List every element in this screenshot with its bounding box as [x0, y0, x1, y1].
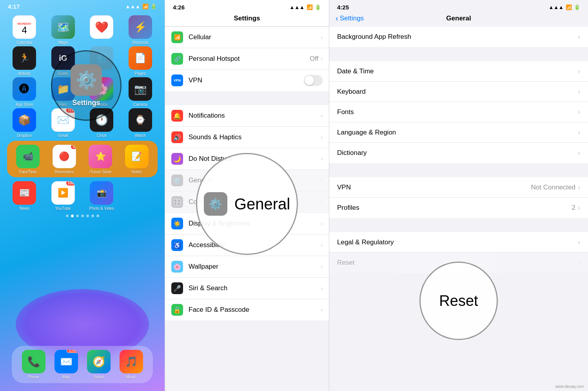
dock-mail[interactable]: ✉️ 11,059 Mail: [51, 350, 81, 379]
dock-safari[interactable]: 🧭 Safari: [84, 350, 113, 379]
settings-row-hotspot[interactable]: 🔗 Personal Hotspot Off ›: [165, 48, 329, 70]
general-icon: ⚙️: [171, 175, 183, 186]
app-health[interactable]: ❤️: [84, 15, 119, 45]
row-fonts[interactable]: Fonts ›: [329, 102, 588, 122]
app-news-label: News: [20, 206, 29, 211]
chevron-icon: ›: [578, 108, 580, 116]
watermark: www.deuaq.com: [555, 384, 584, 389]
hotspot-value: Off: [310, 55, 318, 63]
settings-row-wallpaper[interactable]: 🌸 Wallpaper ›: [165, 256, 329, 278]
dock-music-label: Music: [126, 375, 136, 379]
language-region-label: Language & Region: [337, 129, 578, 136]
app-watch[interactable]: ⌚ Watch: [123, 108, 158, 138]
chevron-icon: ›: [321, 307, 323, 313]
row-legal[interactable]: Legal & Regulatory ›: [329, 232, 588, 253]
app-itunes[interactable]: ⭐ iTunes Store: [83, 145, 118, 174]
bg-refresh-label: Background App Refresh: [337, 33, 578, 41]
chevron-icon: ›: [578, 128, 580, 136]
dock-phone-label: Phone: [28, 375, 39, 379]
phone3-battery-icon: 🔋: [574, 4, 580, 10]
dock-music[interactable]: 🎵 Music: [116, 350, 146, 379]
app-appstore[interactable]: 🅐 App Store: [7, 77, 42, 107]
row-date-time[interactable]: Date & Time ›: [329, 61, 588, 82]
chevron-icon: ›: [321, 34, 323, 40]
reset-circle-label: Reset: [439, 293, 478, 309]
keyboard-label: Keyboard: [337, 88, 578, 96]
app-camera[interactable]: 📷 Camera: [123, 77, 158, 107]
vpn-icon: VPN: [171, 75, 183, 86]
app-activity[interactable]: 🏃 Activity: [7, 46, 42, 76]
phone2-settings: 4:26 ▲▲▲ 📶 🔋 Settings 📶 Cellular › 🔗 Per: [165, 0, 329, 391]
chevron-icon: ›: [321, 242, 323, 248]
back-chevron-icon: ‹: [336, 14, 338, 23]
cellular-icon: 📶: [171, 31, 183, 43]
vpn-label: VPN: [337, 184, 531, 191]
battery-icon: 🔋: [151, 4, 157, 9]
settings-row-cellular[interactable]: 📶 Cellular ›: [165, 27, 329, 48]
chevron-icon: ›: [578, 238, 580, 246]
dot: [91, 215, 94, 217]
app-youtube[interactable]: ▶️ 230 YouTube: [46, 181, 81, 211]
row-language-region[interactable]: Language & Region ›: [329, 122, 588, 143]
siri-icon: 🎤: [171, 282, 183, 294]
row-dictionary[interactable]: Dictionary ›: [329, 143, 588, 163]
youtube-badge: 230: [66, 181, 75, 186]
reset-circle-overlay: Reset: [419, 262, 498, 340]
app-calendar[interactable]: Monday 4 Calendar: [7, 15, 42, 45]
phone3-title: General: [446, 15, 471, 22]
page-dots: [0, 215, 165, 217]
app-reminders[interactable]: 🔴 1 Reminders: [47, 145, 82, 174]
chevron-icon: ›: [578, 204, 580, 212]
dot: [81, 215, 84, 217]
chevron-icon: ›: [578, 87, 580, 96]
row-vpn[interactable]: VPN Not Connected ›: [329, 177, 588, 198]
chevron-icon: ›: [321, 220, 323, 227]
row-keyboard[interactable]: Keyboard ›: [329, 82, 588, 102]
settings-section-network: 📶 Cellular › 🔗 Personal Hotspot Off › VP…: [165, 27, 329, 91]
notifications-label: Notifications: [189, 112, 321, 120]
row-profiles[interactable]: Profiles 2 ›: [329, 198, 588, 218]
app-dropbox[interactable]: 📦 Dropbox: [7, 108, 42, 138]
siri-label: Siri & Search: [189, 284, 321, 292]
settings-row-vpn[interactable]: VPN VPN: [165, 70, 329, 91]
chevron-icon: ›: [578, 67, 580, 75]
display-icon: ☀️: [171, 218, 183, 229]
phone3-time: 4:25: [337, 4, 349, 11]
notifications-icon: 🔔: [171, 110, 183, 122]
vpn-toggle[interactable]: [304, 75, 323, 86]
signal-icon: ▲▲▲: [125, 4, 140, 9]
app-facetime-label: FaceTime: [19, 170, 36, 174]
settings-row-sounds[interactable]: 🔊 Sounds & Haptics ›: [165, 127, 329, 148]
settings-row-siri[interactable]: 🎤 Siri & Search ›: [165, 278, 329, 299]
reminders-badge: 1: [71, 145, 76, 149]
chevron-icon: ›: [321, 134, 323, 140]
app-pages[interactable]: 📄 Pages: [123, 46, 158, 76]
app-facetime[interactable]: 📹 FaceTime: [11, 145, 45, 174]
settings-row-faceid[interactable]: 🔒 Face ID & Passcode ›: [165, 299, 329, 320]
general-section-vpn: VPN Not Connected › Profiles 2 ›: [329, 177, 588, 218]
app-photovideo[interactable]: 📸 Photo & Video: [84, 181, 119, 211]
settings-row-notifications[interactable]: 🔔 Notifications ›: [165, 105, 329, 127]
row-background-refresh[interactable]: Background App Refresh ›: [329, 27, 588, 47]
phone3-status-icons: ▲▲▲ 📶 🔋: [548, 4, 580, 10]
app-maps-label: Maps: [58, 40, 68, 45]
app-maps[interactable]: 🗺️ Maps: [46, 15, 81, 45]
dock-mail-label: Mail: [62, 375, 69, 379]
general-circle-content: ⚙️ General: [204, 192, 290, 216]
chevron-icon: ›: [578, 33, 580, 41]
section-gap: [329, 47, 588, 61]
app-shortcuts[interactable]: ⚡ Shortcuts: [123, 15, 158, 45]
fonts-label: Fonts: [337, 108, 578, 116]
phone2-status-icons: ▲▲▲ 📶 🔋: [289, 4, 321, 10]
chevron-icon: ›: [321, 56, 323, 62]
phone2-battery-icon: 🔋: [315, 4, 321, 10]
back-button[interactable]: ‹ Settings: [336, 14, 364, 23]
app-news[interactable]: 📰 News: [7, 181, 42, 211]
accessibility-icon: ♿: [171, 239, 183, 251]
hotspot-label: Personal Hotspot: [189, 55, 310, 63]
app-camera-label: Camera: [133, 102, 147, 107]
dnd-icon: 🌙: [171, 153, 183, 165]
dock-phone[interactable]: 📞 Phone: [19, 350, 48, 379]
chevron-icon: ›: [321, 285, 323, 291]
app-notes[interactable]: 📝 Notes: [120, 145, 154, 174]
